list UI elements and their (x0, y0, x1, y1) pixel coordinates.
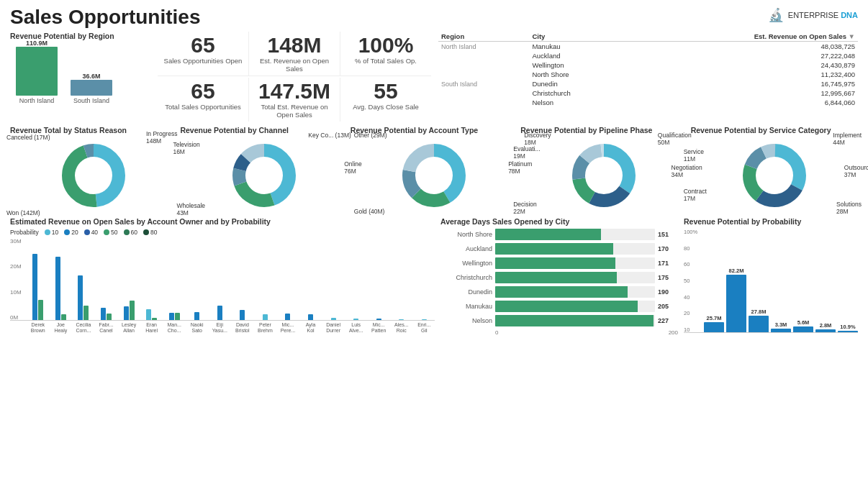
prob-bars: 25.7M 82.2M 27.8M 3.3M (684, 229, 858, 333)
south-island-bar (71, 80, 112, 96)
page-title: Sales Opportunities (10, 7, 201, 27)
north-island-bar (16, 47, 58, 96)
kpi-total-opp: 65 Total Sales Opportunities (158, 78, 249, 122)
table-row: North Island Manukau 48,038,725 (438, 42, 858, 52)
status-donut-svg (58, 140, 130, 211)
kpi-opp-open: 65 Sales Opportunities Open (158, 32, 249, 76)
prob-bar-col: 5.6M (793, 319, 813, 332)
prob-bar-col: 2.8M (815, 322, 836, 332)
h-bar-row: Dunedin 190 (440, 286, 678, 298)
grouped-bars (10, 238, 435, 321)
account-donut-svg (398, 140, 470, 211)
donut-account: Revenue Potential by Account Type Other … (351, 126, 517, 213)
kpi-section: 65 Sales Opportunities Open 148M Est. Re… (158, 32, 431, 122)
prob-bar-col: 27.8M (749, 309, 769, 332)
h-bar-row: Manukau 205 (440, 301, 678, 312)
h-bar-row: Wellington 171 (440, 257, 678, 269)
person-group (345, 239, 367, 320)
logo-label: ENTERPRISE DNA (788, 11, 858, 19)
dna-icon: 🔬 (768, 7, 784, 23)
kpi-avg-days: 55 Avg. Days Close Sale (340, 78, 431, 122)
channel-donut-svg (228, 140, 300, 211)
avg-days-chart: North Shore 151 Auckland 170 Wellington (440, 229, 678, 336)
h-bar-row: Auckland 170 (440, 243, 678, 255)
table-row: Wellington 24,430,879 (438, 60, 858, 70)
donut-pipeline: Revenue Potential by Pipeline Phase Disc… (520, 126, 687, 213)
person-group (141, 239, 163, 320)
person-group (414, 239, 435, 320)
prob-bar-col: 25.7M (704, 315, 724, 332)
revenue-table-section: Region City Est. Revenue on Open Sales ▼… (438, 32, 858, 122)
prob-bar-col: 82.2M (726, 268, 746, 332)
person-group (300, 239, 322, 320)
kpi-total-est: 147.5M Total Est. Revenue on Open Sales (249, 78, 340, 122)
header: Sales Opportunities 🔬 ENTERPRISE DNA (10, 7, 858, 27)
prob-revenue-section: Revenue Potential by Probability 100% 80… (684, 217, 858, 336)
person-group (232, 239, 253, 320)
kpi-pct: 100% % of Total Sales Op. (340, 32, 431, 76)
table-row: North Shore 11,232,400 (438, 70, 858, 79)
person-group (73, 239, 94, 320)
person-group (118, 239, 140, 320)
grouped-bars-container: 30M 20M 10M 0M (10, 238, 435, 342)
prob-chart: 100% 80 60 50 40 20 10 25.7M (684, 229, 858, 333)
person-group (277, 239, 299, 320)
h-bar-row: Christchurch 175 (440, 272, 678, 283)
table-row: Christchurch 12,995,667 (438, 88, 858, 98)
person-group (27, 238, 49, 320)
page: Sales Opportunities 🔬 ENTERPRISE DNA Rev… (0, 0, 868, 489)
avg-days-section: Average Days Sales Opened by City North … (440, 217, 678, 336)
donut-service: Revenue Potential by Service Category Im… (691, 126, 858, 213)
table-row: Nelson 6,844,060 (438, 98, 858, 107)
donuts-row: Revenue Total by Status Reason In Progre… (10, 126, 858, 213)
bottom-row: Estimated Revenue on Open Sales by Accou… (10, 217, 858, 336)
person-group (50, 239, 72, 320)
grouped-bar-section: Estimated Revenue on Open Sales by Accou… (10, 217, 435, 336)
table-row: Auckland 27,222,048 (438, 51, 858, 60)
person-group (391, 239, 412, 320)
service-donut-svg (738, 140, 810, 211)
pipeline-donut-svg (568, 140, 640, 211)
h-bar-row: Nelson 227 (440, 315, 678, 326)
h-bar-row: North Shore 151 (440, 229, 678, 240)
person-group (163, 239, 185, 320)
person-group (255, 239, 276, 320)
x-axis-labels: DerekBrown JoeHealy CeciliaCorn... Fabr.… (10, 322, 435, 334)
prob-bar-col: 10.9% (838, 324, 858, 332)
kpi-est-rev: 148M Est. Revenue on Open Sales (249, 32, 340, 76)
region-chart: Revenue Potential by Region 110.9M North… (10, 32, 150, 122)
person-group (209, 239, 231, 320)
donut-channel: Revenue Potential by Channel Key Co... (… (180, 126, 347, 213)
revenue-table: Region City Est. Revenue on Open Sales ▼… (438, 32, 858, 107)
person-group (96, 239, 117, 320)
person-group (186, 239, 208, 320)
person-group (368, 239, 389, 320)
prob-legend: Probability 10 20 40 50 60 80 (10, 229, 435, 236)
donut-status: Revenue Total by Status Reason In Progre… (10, 126, 177, 213)
person-group (322, 239, 344, 320)
table-row: South Island Dunedin 16,745,975 (438, 79, 858, 88)
logo: 🔬 ENTERPRISE DNA (768, 7, 858, 23)
prob-bar-col: 3.3M (771, 321, 791, 332)
